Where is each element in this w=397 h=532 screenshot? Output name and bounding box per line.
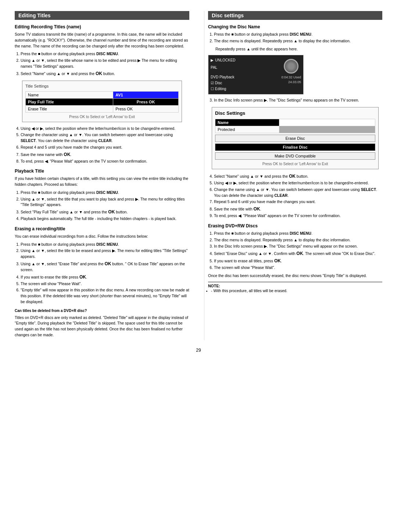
step-item: To end, press ◀. "Please Wait" appears o… [214,213,382,219]
step-item: Press the ■ button or during playback pr… [214,231,382,237]
note-section: NOTE: - With this procedure, all titles … [208,282,382,294]
step-item: "Empty title" will now appear in this po… [21,287,189,305]
erase-disc-btn[interactable]: Erase Disc [215,135,375,142]
note-list: - With this procedure, all titles will b… [208,288,382,294]
changing-disc-name-steps: Press the ■ button or during playback pr… [208,32,382,44]
step-item: Repeat 4 and 5 until you have made the c… [21,145,189,150]
title-settings-table: Name AV1 Play Full Title Press OK Erase … [25,91,179,113]
page-number: 29 [15,348,382,353]
step-item: The screen will show "Please Wait". [21,281,189,287]
disc-time: 0:04:32 Used 24.03.05 [281,75,301,84]
editing-titles-heading: Editing Titles [15,11,189,20]
make-dvd-btn[interactable]: Make DVD Compatible [215,152,375,160]
disc-settings-box: Disc Settings Name Protected Erase Disc … [212,107,379,169]
step-item: Playback begins automatically. The full … [21,216,189,222]
step-item: The disc menu is displayed. Repeatedly p… [214,237,382,243]
editing-recording-intro: Some TV stations transmit the title (nam… [15,32,189,49]
title-settings-label: Title Settings [25,84,179,88]
disc-name-row: Name [215,119,375,126]
disc-checkbox: ☑ Disc [211,80,279,86]
disc-info-box: ▶ UNLOCKED PAL DVD Playback ☑ Disc ☐ Edi… [208,55,304,95]
repeatedly-text: Repeatedly press ▲ until the disc appear… [215,46,382,52]
disc-protected-row: Protected [215,126,375,133]
finalise-disc-btn[interactable]: Finalise Disc [215,143,375,151]
step-item: Save the new name with OK. [21,151,189,158]
playback-title-steps: Press the ■ button or during playback pr… [15,190,189,222]
dvd-playback-label: DVD Playback [211,74,279,80]
table-row: Erase Title Press OK [26,105,179,112]
step-item: In the Disc Info screen press ▶. The "Di… [214,97,382,103]
table-row: Name AV1 [26,91,179,98]
av1-value: AV1 [113,91,179,98]
erasing-recording-heading: Erasing a recording/title [15,226,189,231]
editing-recording-heading: Editing Recording Titles (name) [15,24,189,29]
erasing-dvd-heading: Erasing DVD+RW Discs [208,223,382,228]
title-settings-box: Title Settings Name AV1 Play Full Title … [22,81,182,122]
editing-recording-steps-continued: Using ◀ or ▶, select the position where … [15,126,189,164]
step-item: In the Disc Info screen press ▶. The "Di… [214,244,382,249]
disc-name-steps-cont: Select "Name" using ▲ or ▼ and press the… [208,173,382,219]
editing-recording-steps: Press the ■ button or during playback pr… [15,51,189,77]
finalise-disc-label[interactable]: Finalise Disc [215,143,375,151]
playback-title-intro: If you have hidden certain chapters of a… [15,176,189,188]
can-titles-note: Can titles be deleted from a DVD+R disc?… [15,308,189,338]
step-item: Select "Erase Disc" using ▲ or ▼. Confir… [214,250,382,257]
step-item: Select "Name" using ▲ or ▼ and press the… [214,173,382,180]
step-item: Change the name using ▲ or ▼. You can sw… [214,187,382,199]
step-item: Press the ■ button or during playback pr… [21,242,189,248]
pal-label: PAL [211,65,279,71]
step-item: The screen will show "Please Wait". [214,265,382,271]
step-item: Using ▲ or ▼, select the title whose nam… [21,58,189,70]
disc-name-label: Name [215,119,279,126]
unlocked-row: ▶ UNLOCKED [211,57,279,63]
step-item: To end, press ◀. "Please Wait" appears o… [21,159,189,164]
erasing-dvd-steps: Press the ■ button or during playback pr… [208,231,382,271]
step-item: If you want to erase the title press OK. [21,274,189,280]
title-settings-footer: Press OK to Select or 'Left Arrow' to Ex… [25,115,179,119]
name-label: Name [26,91,113,98]
step-item: Using ◀ or ▶, select the position where … [21,126,189,132]
step-item: Press the ■ button or during playback pr… [21,190,189,196]
disc-settings-box-title: Disc Settings [215,110,375,116]
disc-info-left: ▶ UNLOCKED PAL DVD Playback ☑ Disc ☐ Edi… [211,57,279,92]
step-item: Using ▲ or ▼, select the title to be era… [21,248,189,260]
step-item: The disc menu is displayed. Repeatedly p… [214,38,382,44]
step-item: Select "Name" using ▲ or ▼ and press the… [21,70,189,77]
step-item: Press the ■ button or during playback pr… [214,32,382,38]
erasing-recording-steps: Press the ■ button or during playback pr… [15,242,189,305]
step-item: Using ▲ or ▼, select "Erase Title" and p… [21,260,189,273]
erasing-recording-intro: You can erase individual recordings from… [15,234,189,240]
erase-disc-label[interactable]: Erase Disc [215,135,375,142]
left-column: Editing Titles Editing Recording Titles … [15,11,193,340]
playback-title-heading: Playback Title [15,169,189,174]
step-item: Select "Play Full Title" using ▲ or ▼ an… [21,209,189,215]
can-titles-text: Titles on DVD+R discs are only marked as… [15,315,189,338]
note-label: NOTE: [208,284,220,288]
step-item: Repeat 5 and 6 until you have made the c… [214,199,382,205]
press-ok-label-1: Press OK [113,98,179,105]
erase-title-label: Erase Title [26,105,113,112]
step-item: Press the ■ button or during playback pr… [21,51,189,57]
unlocked-label: UNLOCKED [215,57,236,63]
play-icon: ▶ [211,57,214,63]
play-full-title-label: Play Full Title [26,98,113,105]
press-ok-label-2: Press OK [113,105,179,112]
make-dvd-label[interactable]: Make DVD Compatible [215,152,375,160]
step-item: Using ◀ or ▶, select the position where … [214,180,382,186]
right-column: Disc settings Changing the Disc Name Pre… [204,11,382,340]
protected-label: Protected [215,126,279,133]
disc-name-value [279,119,375,126]
disc-settings-heading: Disc settings [208,11,382,20]
step-item: If you want to erase all titles, press O… [214,258,382,264]
disc-info-right: 0:04:32 Used 24.03.05 [281,57,301,92]
step-item: Save the new title with OK. [214,206,382,212]
editing-checkbox: ☐ Editing [211,86,279,92]
note-item: - With this procedure, all titles will b… [211,288,382,294]
disc-name-step3: In the Disc Info screen press ▶. The "Di… [208,97,382,103]
disc-settings-footer: Press OK to Select or 'Left Arrow' to Ex… [215,162,375,166]
step-item: Using ▲ or ▼, select the title that you … [21,196,189,208]
disc-settings-table: Name Protected [215,119,375,133]
table-row-highlight: Play Full Title Press OK [26,98,179,105]
disc-icon [284,59,298,74]
changing-disc-name-heading: Changing the Disc Name [208,24,382,29]
